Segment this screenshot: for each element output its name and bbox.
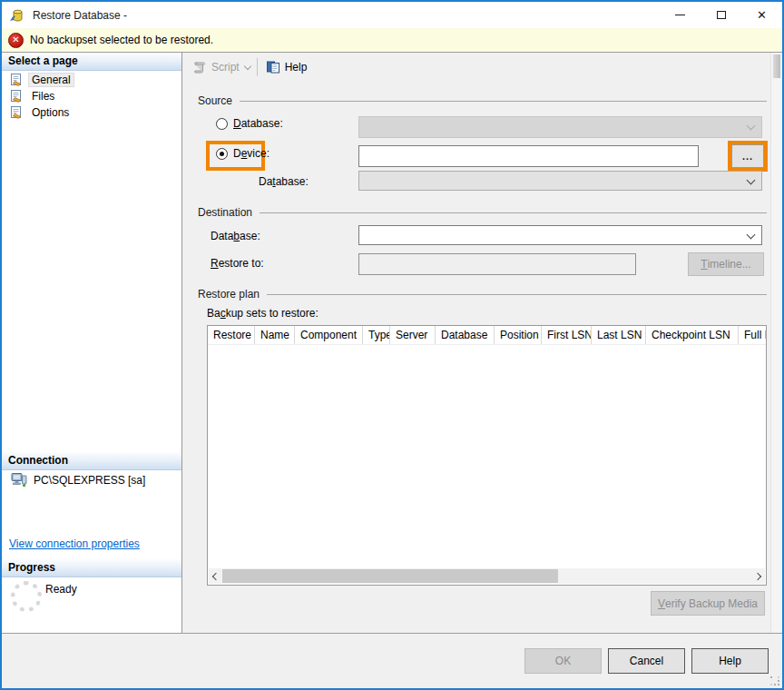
sidebar-item-label: Files	[29, 90, 57, 103]
column-header-first-lsn[interactable]: First LSN	[542, 326, 592, 344]
minimize-icon	[675, 15, 685, 15]
column-header-type[interactable]: Type	[363, 326, 390, 344]
source-database-radio-label: Database:	[233, 117, 283, 130]
backup-sets-table: Restore Name Component Type Server Datab…	[207, 325, 767, 586]
script-button-label: Script	[211, 61, 240, 74]
column-header-position[interactable]: Position	[495, 326, 542, 344]
chevron-right-icon	[754, 572, 761, 579]
toolbar: Script Help	[189, 56, 310, 78]
select-a-page-header: Select a page	[2, 53, 181, 71]
source-database2-combobox[interactable]	[358, 171, 762, 191]
scroll-right-arrow[interactable]	[750, 568, 765, 584]
warning-bar: ✕ No backupset selected to be restored.	[2, 28, 782, 52]
sidebar-item-files[interactable]: Files	[2, 88, 181, 104]
help-toolbar-button[interactable]: Help	[262, 58, 311, 76]
device-file-input[interactable]	[358, 145, 699, 167]
source-database-combobox[interactable]	[358, 116, 762, 138]
column-header-last-lsn[interactable]: Last LSN	[592, 326, 646, 344]
column-header-database[interactable]: Database	[436, 326, 495, 344]
timeline-button[interactable]: Timeline...	[688, 252, 764, 276]
restore-database-icon	[9, 8, 25, 23]
sidebar-item-label: General	[29, 74, 74, 86]
column-header-restore[interactable]: Restore	[208, 326, 255, 344]
progress-spinner-icon	[11, 581, 42, 612]
page-icon	[9, 89, 24, 104]
server-icon	[11, 472, 28, 488]
main-panel: Script Help Source	[182, 53, 782, 634]
connection-header: Connection	[2, 452, 181, 470]
script-button[interactable]: Script	[189, 58, 243, 76]
help-icon	[266, 60, 280, 74]
minimize-button[interactable]	[660, 2, 701, 28]
sidebar: Select a page General Files Options Conn…	[2, 53, 182, 634]
restore-plan-group-title: Restore plan	[198, 288, 260, 301]
destination-group-heading: Destination	[198, 206, 767, 219]
close-button[interactable]: ✕	[741, 2, 782, 28]
radio-icon	[216, 118, 228, 130]
chevron-left-icon	[212, 572, 220, 579]
restore-database-window: Restore Database - ✕ ✕ No backupset sele…	[0, 0, 784, 690]
group-divider	[240, 101, 767, 102]
progress-header: Progress	[2, 559, 181, 577]
sidebar-item-general[interactable]: General	[2, 72, 181, 88]
window-title: Restore Database -	[33, 9, 127, 22]
script-icon	[192, 60, 207, 74]
help-button-label: Help	[285, 61, 308, 74]
table-body-empty	[208, 346, 766, 568]
warning-message: No backupset selected to be restored.	[30, 34, 213, 46]
horizontal-scrollbar[interactable]	[209, 568, 765, 584]
source-database2-label: Database:	[259, 175, 309, 188]
browse-button[interactable]: ...	[731, 144, 764, 168]
destination-database-combobox[interactable]	[358, 225, 762, 245]
scroll-left-arrow[interactable]	[209, 568, 223, 584]
column-header-checkpoint-lsn[interactable]: Checkpoint LSN	[646, 326, 739, 344]
chevron-down-icon	[747, 122, 756, 131]
group-divider	[260, 212, 767, 213]
source-database-radio[interactable]: Database:	[216, 117, 283, 130]
title-bar: Restore Database - ✕	[2, 2, 782, 28]
group-divider	[267, 294, 767, 295]
page-icon	[9, 73, 24, 87]
destination-database-label: Database:	[211, 230, 260, 242]
restore-to-input[interactable]	[358, 253, 636, 275]
ok-button[interactable]: OK	[524, 648, 602, 674]
column-header-component[interactable]: Component	[295, 326, 363, 344]
table-header-row: Restore Name Component Type Server Datab…	[208, 326, 767, 345]
close-icon: ✕	[757, 9, 767, 21]
sidebar-item-options[interactable]: Options	[2, 104, 181, 121]
source-group-title: Source	[198, 94, 232, 107]
script-dropdown-chevron-icon[interactable]	[243, 63, 250, 70]
resize-grip[interactable]	[770, 676, 779, 685]
radio-selected-icon	[216, 148, 228, 160]
page-tree: General Files Options	[2, 72, 181, 121]
window-controls: ✕	[660, 2, 782, 28]
page-icon	[9, 105, 24, 120]
highlight-box-browse: ...	[728, 141, 768, 172]
dialog-body: Select a page General Files Options Conn…	[2, 52, 782, 633]
horizontal-scrollbar-thumb[interactable]	[222, 569, 558, 583]
error-icon: ✕	[8, 33, 24, 48]
vertical-scrollbar[interactable]	[770, 53, 781, 634]
restore-to-label: Restore to:	[211, 257, 264, 270]
view-connection-properties-link[interactable]: View connection properties	[9, 537, 140, 550]
toolbar-separator	[257, 58, 258, 76]
maximize-icon	[717, 11, 726, 19]
sidebar-item-label: Options	[29, 106, 72, 119]
source-device-radio[interactable]: Device:	[216, 147, 270, 160]
help-button[interactable]: Help	[691, 648, 769, 674]
progress-status: Ready	[45, 583, 77, 596]
backup-sets-label: Backup sets to restore:	[207, 307, 318, 320]
maximize-button[interactable]	[701, 2, 741, 28]
destination-group-title: Destination	[198, 206, 252, 219]
footer: OK Cancel Help	[2, 633, 782, 688]
column-header-name[interactable]: Name	[255, 326, 295, 344]
chevron-down-icon	[747, 231, 756, 240]
restore-plan-group-heading: Restore plan	[198, 288, 767, 301]
column-header-server[interactable]: Server	[390, 326, 436, 344]
chevron-down-icon	[747, 176, 756, 185]
verify-backup-media-button[interactable]: Verify Backup Media	[651, 591, 765, 616]
column-header-full-lsn[interactable]: Full LSN	[739, 326, 767, 344]
vertical-scrollbar-thumb[interactable]	[773, 54, 780, 78]
cancel-button[interactable]: Cancel	[608, 648, 685, 674]
source-group-heading: Source	[198, 94, 767, 107]
